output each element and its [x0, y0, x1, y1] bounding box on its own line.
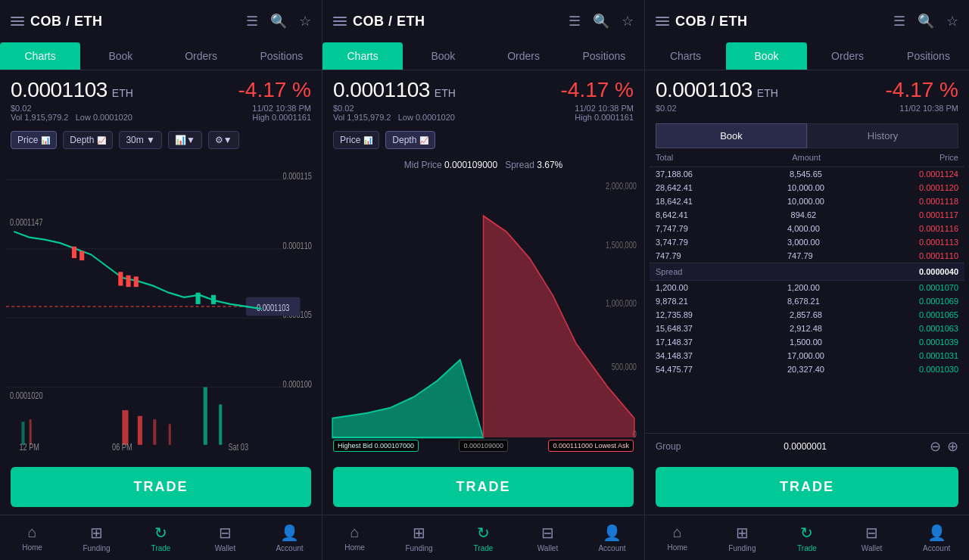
high: 0.0001161 [272, 113, 311, 122]
low: 0.0001020 [93, 113, 132, 122]
tab-orders[interactable]: Orders [161, 42, 241, 70]
book-table: Total Amount Price 37,188.06 8,545.65 0.… [645, 148, 969, 433]
bh-tab-book[interactable]: Book [656, 123, 807, 148]
svg-text:Sat 03: Sat 03 [228, 440, 248, 452]
nav-home[interactable]: ⌂ Home [0, 515, 64, 560]
panel-3-tabs: Charts Book Orders Positions [645, 42, 969, 70]
home-icon-2: ⌂ [350, 524, 359, 541]
nav-trade-3[interactable]: ↻ Trade [774, 515, 840, 560]
book-table-header: Total Amount Price [650, 148, 964, 167]
panel-3-header: COB / ETH ☰ 🔍 ☆ [645, 0, 969, 42]
nav-account-2[interactable]: 👤 Account [580, 515, 644, 560]
mid-price-badge: 0.000109000 [459, 440, 508, 452]
ask-row-2[interactable]: 18,642.41 10,000.00 0.0001118 [650, 194, 964, 208]
tab-book[interactable]: Book [80, 42, 160, 70]
nav-home-2[interactable]: ⌂ Home [322, 515, 387, 560]
price-main: 0.0001103 ETH -4.17 % [11, 78, 311, 102]
bid-row-4[interactable]: 17,148.37 1,500.00 0.0001039 [650, 335, 964, 349]
tab-positions-3[interactable]: Positions [888, 42, 969, 70]
group-plus-btn[interactable]: ⊕ [947, 438, 958, 455]
ask-row-6[interactable]: 747.79 747.79 0.0001110 [650, 249, 964, 263]
svg-text:0.000110: 0.000110 [283, 239, 313, 250]
price-meta-right: 11/02 10:38 PM High 0.0001161 [252, 104, 311, 122]
nav-account[interactable]: 👤 Account [257, 515, 322, 560]
tab-positions-2[interactable]: Positions [564, 42, 644, 70]
bid-row-1[interactable]: 9,878.21 8,678.21 0.0001069 [650, 294, 964, 308]
price-usd: $0.02 [11, 104, 32, 113]
date: 11/02 10:38 PM [252, 104, 311, 113]
trade-icon: ↻ [154, 524, 167, 542]
list-icon-3[interactable]: ☰ [893, 13, 905, 30]
search-icon[interactable]: 🔍 [270, 13, 287, 30]
bid-row-6[interactable]: 54,475.77 20,327.40 0.0001030 [650, 362, 964, 376]
spread-value-book: 0.0000040 [919, 267, 958, 276]
trade-button-2[interactable]: TRADE [333, 467, 634, 507]
ask-row-5[interactable]: 3,747.79 3,000.00 0.0001113 [650, 235, 964, 249]
depth-btn[interactable]: Depth 📈 [63, 131, 113, 149]
bid-row-2[interactable]: 12,735.89 2,857.68 0.0001065 [650, 308, 964, 322]
chart-type-btn[interactable]: 📊▼ [168, 131, 202, 149]
wallet-icon: ⊟ [219, 524, 232, 542]
star-icon-3[interactable]: ☆ [946, 13, 958, 30]
trade-btn-container-3: TRADE [645, 459, 969, 515]
price-section: 0.0001103 ETH -4.17 % $0.02 Vol 1,915,97… [0, 70, 322, 126]
tab-book-3[interactable]: Book [726, 42, 807, 70]
nav-home-3[interactable]: ⌂ Home [645, 515, 710, 560]
bid-row-5[interactable]: 34,148.37 17,000.00 0.0001031 [650, 349, 964, 362]
search-icon-3[interactable]: 🔍 [918, 13, 934, 30]
tab-orders-3[interactable]: Orders [807, 42, 888, 70]
bottom-nav-1: ⌂ Home ⊞ Funding ↻ Trade ⊟ Wallet 👤 Acco… [0, 515, 322, 560]
nav-wallet-3[interactable]: ⊟ Wallet [840, 515, 905, 560]
ask-row-4[interactable]: 7,747.79 4,000.00 0.0001116 [650, 222, 964, 235]
ask-row-0[interactable]: 37,188.06 8,545.65 0.0001124 [650, 167, 964, 181]
tab-orders-2[interactable]: Orders [484, 42, 564, 70]
menu-icon-3[interactable] [656, 17, 669, 26]
price-value-2: 0.0001103 [333, 78, 430, 102]
depth-btn-2[interactable]: Depth 📈 [385, 131, 435, 149]
nav-funding-2[interactable]: ⊞ Funding [387, 515, 451, 560]
search-icon-2[interactable]: 🔍 [593, 13, 609, 30]
nav-wallet-2[interactable]: ⊟ Wallet [516, 515, 580, 560]
group-minus-btn[interactable]: ⊖ [930, 438, 941, 455]
trade-button[interactable]: TRADE [11, 467, 311, 507]
trade-button-3[interactable]: TRADE [656, 467, 958, 507]
wallet-icon-2: ⊟ [541, 524, 554, 542]
bid-row-3[interactable]: 15,648.37 2,912.48 0.0001063 [650, 322, 964, 335]
nav-account-3[interactable]: 👤 Account [904, 515, 969, 560]
bh-tab-history[interactable]: History [807, 123, 958, 148]
price-meta-left-2: $0.02 Vol 1,915,979.2 Low 0.0001020 [333, 104, 455, 122]
tab-book-2[interactable]: Book [403, 42, 483, 70]
tab-charts[interactable]: Charts [0, 42, 80, 70]
timeframe-btn[interactable]: 30m ▼ [119, 131, 162, 149]
trade-btn-container-2: TRADE [322, 459, 644, 515]
svg-rect-21 [72, 247, 76, 258]
price-btn-2[interactable]: Price 📊 [333, 131, 379, 149]
menu-icon[interactable] [11, 17, 24, 26]
price-btn[interactable]: Price 📊 [11, 131, 57, 149]
nav-funding[interactable]: ⊞ Funding [64, 515, 129, 560]
vol-2: 1,915,979.2 [347, 113, 391, 122]
high-2: 0.0001161 [594, 113, 634, 122]
star-icon-2[interactable]: ☆ [622, 13, 634, 30]
svg-rect-16 [219, 404, 222, 444]
ask-row-3[interactable]: 8,642.41 894.62 0.0001117 [650, 208, 964, 222]
ask-row-1[interactable]: 28,642.41 10,000.00 0.0001120 [650, 181, 964, 194]
nav-trade-2[interactable]: ↻ Trade [451, 515, 516, 560]
tab-charts-3[interactable]: Charts [645, 42, 726, 70]
tab-charts-2[interactable]: Charts [322, 42, 403, 70]
tab-positions[interactable]: Positions [241, 42, 322, 70]
settings-btn[interactable]: ⚙▼ [208, 131, 239, 149]
list-icon-2[interactable]: ☰ [569, 13, 581, 30]
list-icon[interactable]: ☰ [246, 13, 258, 30]
nav-funding-3[interactable]: ⊞ Funding [710, 515, 775, 560]
bid-row-0[interactable]: 1,200.00 1,200.00 0.0001070 [650, 281, 964, 294]
svg-rect-27 [211, 295, 216, 304]
svg-rect-14 [138, 416, 142, 445]
menu-icon-2[interactable] [333, 17, 347, 26]
nav-wallet[interactable]: ⊟ Wallet [193, 515, 257, 560]
star-icon[interactable]: ☆ [299, 13, 311, 30]
svg-rect-25 [134, 276, 139, 287]
panel-2-header: COB / ETH ☰ 🔍 ☆ [322, 0, 644, 42]
header-right: ☰ 🔍 ☆ [246, 13, 311, 30]
nav-trade[interactable]: ↻ Trade [129, 515, 193, 560]
